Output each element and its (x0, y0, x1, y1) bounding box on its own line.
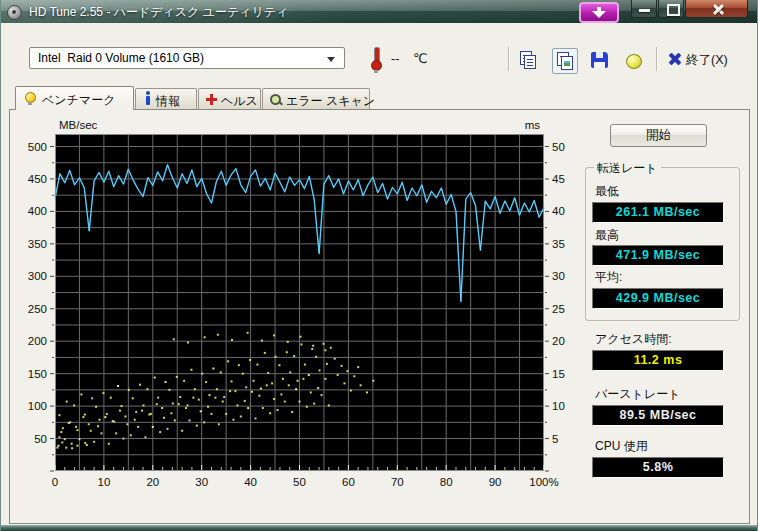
svg-text:300: 300 (28, 270, 47, 282)
copy-screenshot-button[interactable] (552, 48, 578, 74)
svg-text:100%: 100% (529, 476, 558, 488)
svg-text:30: 30 (552, 270, 565, 282)
max-label: 最高 (595, 227, 619, 244)
exit-button[interactable]: 終了(X) (667, 48, 747, 72)
svg-text:0: 0 (52, 476, 58, 488)
tab-benchmark[interactable]: ベンチマーク (15, 86, 134, 110)
avg-value: 429.9 MB/sec (592, 288, 724, 309)
svg-text:400: 400 (28, 205, 47, 217)
options-button[interactable] (621, 48, 645, 72)
tab-info-label: 情報 (156, 93, 180, 110)
svg-text:20: 20 (552, 335, 565, 347)
transfer-rate-group-title: 転送レート (594, 160, 661, 177)
svg-text:50: 50 (293, 476, 306, 488)
svg-text:MB/sec: MB/sec (59, 119, 98, 131)
minimize-icon (639, 9, 650, 12)
maximize-button[interactable] (658, 0, 684, 18)
benchmark-chart-svg: 5004504003503002502001501005050454035302… (10, 110, 585, 510)
burst-rate-value: 89.5 MB/sec (592, 405, 724, 426)
svg-text:10: 10 (98, 476, 111, 488)
save-floppy-icon (591, 52, 608, 68)
drive-select[interactable]: Intel Raid 0 Volume (1610 GB) (29, 47, 345, 69)
access-time-value: 11.2 ms (592, 350, 724, 371)
copy-button[interactable] (517, 48, 541, 72)
magnifier-icon (270, 94, 282, 106)
min-value: 261.1 MB/sec (592, 202, 724, 223)
app-disk-icon (7, 4, 23, 19)
svg-text:25: 25 (552, 303, 565, 315)
avg-label: 平均: (595, 269, 622, 286)
toolbar-separator (656, 47, 658, 71)
svg-text:ms: ms (525, 119, 541, 131)
svg-text:100: 100 (28, 400, 47, 412)
tab-health[interactable]: ヘルス (198, 88, 261, 110)
svg-text:90: 90 (489, 476, 502, 488)
maximize-icon (667, 4, 680, 16)
close-button[interactable] (685, 0, 748, 18)
svg-text:50: 50 (552, 141, 565, 153)
svg-text:60: 60 (342, 476, 355, 488)
minimize-button[interactable] (631, 0, 657, 18)
cpu-usage-value: 5.8% (592, 457, 724, 478)
svg-text:500: 500 (28, 141, 47, 153)
svg-text:10: 10 (552, 400, 565, 412)
tab-info[interactable]: 情報 (135, 88, 197, 110)
svg-text:5: 5 (552, 433, 558, 445)
tab-error-scan-label: エラー スキャン (286, 93, 375, 110)
drive-select-value: Intel Raid 0 Volume (1610 GB) (38, 51, 204, 65)
svg-text:200: 200 (28, 335, 47, 347)
temperature-unit: ℃ (413, 51, 428, 66)
svg-text:250: 250 (28, 303, 47, 315)
svg-text:80: 80 (440, 476, 453, 488)
svg-text:350: 350 (28, 238, 47, 250)
chevron-down-icon (327, 57, 335, 62)
svg-text:20: 20 (146, 476, 159, 488)
svg-text:45: 45 (552, 173, 565, 185)
svg-text:30: 30 (195, 476, 208, 488)
tab-benchmark-label: ベンチマーク (42, 92, 115, 109)
window-bottom-border (1, 525, 758, 531)
cpu-usage-label: CPU 使用 (595, 438, 648, 455)
health-cross-icon (206, 94, 217, 105)
min-label: 最低 (595, 183, 619, 200)
svg-text:70: 70 (391, 476, 404, 488)
hd-tune-window: HD Tune 2.55 - ハードディスク ユーティリティ Intel Rai… (0, 0, 758, 531)
exit-label: 終了(X) (686, 52, 728, 69)
svg-text:15: 15 (552, 368, 565, 380)
toolbar-separator (508, 47, 510, 71)
download-overlay-button[interactable] (579, 2, 619, 23)
svg-text:450: 450 (28, 173, 47, 185)
lightbulb-icon (25, 92, 36, 103)
burst-rate-label: バーストレート (595, 386, 680, 403)
svg-text:40: 40 (244, 476, 257, 488)
access-time-label: アクセス時間: (595, 331, 671, 348)
start-button[interactable]: 開始 (610, 124, 707, 147)
thermometer-icon (370, 46, 382, 70)
svg-text:50: 50 (34, 433, 47, 445)
save-button[interactable] (588, 48, 612, 72)
svg-text:150: 150 (28, 368, 47, 380)
svg-text:40: 40 (552, 205, 565, 217)
tab-health-label: ヘルス (221, 93, 258, 110)
benchmark-tab-page: 5004504003503002502001501005050454035302… (9, 109, 750, 524)
window-title: HD Tune 2.55 - ハードディスク ユーティリティ (29, 4, 288, 21)
options-ball-icon (626, 54, 642, 69)
tab-error-scan[interactable]: エラー スキャン (262, 88, 370, 110)
info-icon (146, 96, 150, 105)
max-value: 471.9 MB/sec (592, 245, 724, 266)
temperature-value: -- (391, 51, 400, 66)
svg-text:35: 35 (552, 238, 565, 250)
